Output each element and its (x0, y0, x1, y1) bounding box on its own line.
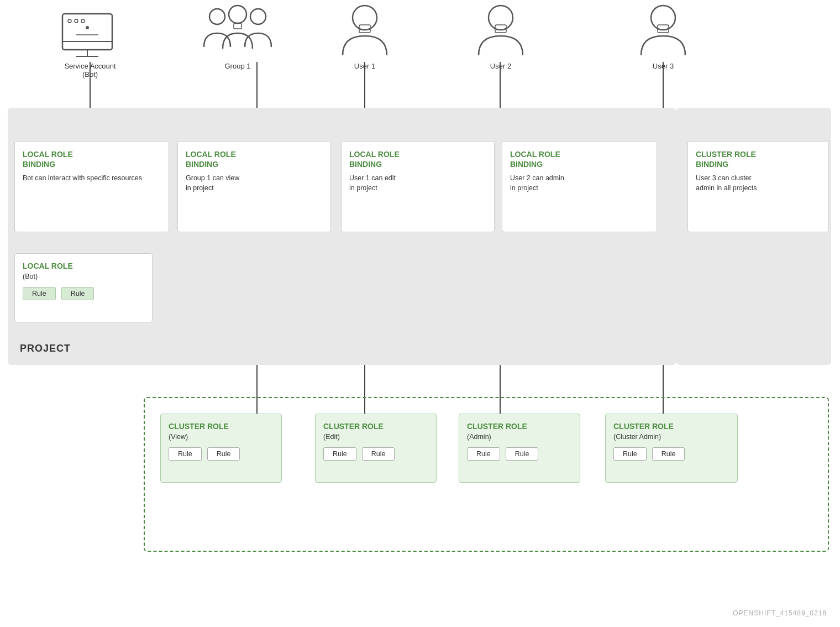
svg-point-6 (68, 19, 71, 23)
cluster-edit-rule-2: Rule (362, 447, 395, 461)
svg-point-7 (75, 19, 78, 23)
user1-binding-title: LOCAL ROLEBINDING (349, 149, 486, 169)
bot-binding-card: LOCAL ROLEBINDING Bot can interact with … (14, 141, 169, 232)
svg-point-15 (489, 6, 513, 30)
svg-rect-0 (62, 14, 112, 50)
user1-binding-card: LOCAL ROLEBINDING User 1 can editin proj… (341, 141, 495, 232)
cluster-edit-rules: Rule Rule (323, 447, 428, 461)
cluster-view-subtitle: (View) (169, 433, 274, 441)
actor-user1: User 1 (338, 62, 391, 70)
cluster-view-rule-1: Rule (169, 447, 202, 461)
cluster-admin-title: CLUSTER ROLE (467, 422, 572, 431)
cluster-admin-card: CLUSTER ROLE (Admin) Rule Rule (459, 414, 580, 483)
cluster-cluster-admin-rule-2: Rule (652, 447, 685, 461)
local-role-card: LOCAL ROLE (Bot) Rule Rule (14, 253, 153, 322)
cluster-admin-rule-1: Rule (467, 447, 500, 461)
cluster-edit-title: CLUSTER ROLE (323, 422, 428, 431)
svg-point-13 (353, 6, 377, 30)
svg-rect-12 (234, 23, 242, 29)
svg-point-4 (86, 26, 89, 29)
actor-user2-label: User 2 (490, 62, 511, 70)
cluster-admin-rules: Rule Rule (467, 447, 572, 461)
actor-user3: User 3 (637, 62, 690, 70)
actor-user2: User 2 (474, 62, 527, 70)
cluster-cluster-admin-rules: Rule Rule (613, 447, 729, 461)
actor-user3-label: User 3 (653, 62, 674, 70)
group-binding-desc: Group 1 can viewin project (186, 174, 323, 193)
svg-rect-14 (359, 25, 370, 33)
cluster-view-title: CLUSTER ROLE (169, 422, 274, 431)
svg-rect-18 (658, 25, 669, 33)
cluster-cluster-admin-subtitle: (Cluster Admin) (613, 433, 729, 441)
svg-point-17 (651, 6, 675, 30)
actor-bot-label: Service Account (Bot) (60, 62, 120, 79)
watermark: OPENSHIFT_415489_0218 (733, 609, 827, 617)
local-role-subtitle: (Bot) (23, 273, 144, 280)
cluster-cluster-admin-title: CLUSTER ROLE (613, 422, 729, 431)
user1-binding-desc: User 1 can editin project (349, 174, 486, 193)
actor-bot: Service Account (Bot) (60, 62, 120, 79)
cluster-edit-card: CLUSTER ROLE (Edit) Rule Rule (315, 414, 437, 483)
local-role-rule-1: Rule (23, 287, 56, 300)
user3-binding-desc: User 3 can clusteradmin in all projects (696, 174, 821, 193)
actor-user1-label: User 1 (354, 62, 375, 70)
actor-group1: Group 1 (202, 62, 274, 70)
cluster-admin-subtitle: (Admin) (467, 433, 572, 441)
cluster-cluster-admin-rule-1: Rule (613, 447, 647, 461)
cluster-edit-rule-1: Rule (323, 447, 356, 461)
local-role-title: LOCAL ROLE (23, 262, 144, 270)
local-role-rule-2: Rule (61, 287, 95, 300)
user2-binding-desc: User 2 can adminin project (510, 174, 649, 193)
cluster-edit-subtitle: (Edit) (323, 433, 428, 441)
svg-point-8 (81, 19, 85, 23)
cluster-view-rules: Rule Rule (169, 447, 274, 461)
actor-group1-label: Group 1 (225, 62, 251, 70)
svg-point-9 (209, 9, 225, 24)
group-binding-card: LOCAL ROLEBINDING Group 1 can viewin pro… (177, 141, 331, 232)
project-label: PROJECT (20, 343, 71, 354)
bot-binding-desc: Bot can interact with specific resources (23, 174, 161, 184)
cluster-cluster-admin-card: CLUSTER ROLE (Cluster Admin) Rule Rule (605, 414, 738, 483)
local-role-rules: Rule Rule (23, 287, 144, 300)
cluster-view-card: CLUSTER ROLE (View) Rule Rule (160, 414, 282, 483)
group-binding-title: LOCAL ROLEBINDING (186, 149, 323, 169)
user2-binding-card: LOCAL ROLEBINDING User 2 can adminin pro… (502, 141, 657, 232)
svg-point-11 (250, 9, 266, 24)
user3-binding-title: CLUSTER ROLEBINDING (696, 149, 821, 169)
bot-binding-title: LOCAL ROLEBINDING (23, 149, 161, 169)
svg-point-10 (229, 6, 246, 23)
cluster-view-rule-2: Rule (207, 447, 240, 461)
svg-rect-16 (495, 25, 506, 33)
diagram-container: Service Account (Bot) Group 1 User 1 Use… (0, 0, 840, 627)
user2-binding-title: LOCAL ROLEBINDING (510, 149, 649, 169)
user3-binding-card: CLUSTER ROLEBINDING User 3 can clusterad… (687, 141, 829, 232)
cluster-admin-rule-2: Rule (506, 447, 539, 461)
